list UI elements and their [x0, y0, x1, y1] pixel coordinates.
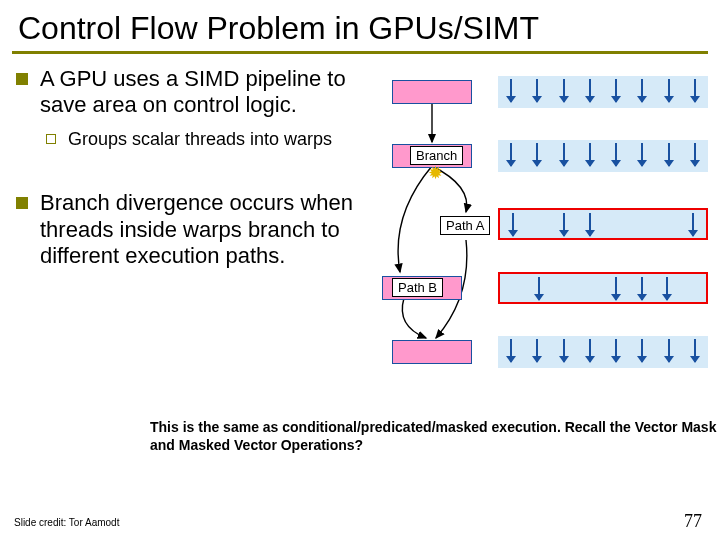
- lane-arrow-icon: [668, 79, 670, 102]
- lane-arrow-icon: [563, 143, 565, 166]
- lanes-row-1: [498, 140, 708, 172]
- bullet-hollow-icon: [46, 134, 56, 144]
- lanes-row-3: [498, 272, 708, 304]
- bullet-square-icon: [16, 197, 28, 209]
- lane-arrow-icon: [589, 143, 591, 166]
- lanes-row-4: [498, 336, 708, 368]
- title-rule: [12, 51, 708, 54]
- lane-arrow-icon: [563, 213, 565, 236]
- content-row: A GPU uses a SIMD pipeline to save area …: [0, 66, 720, 406]
- lanes-row-0: [498, 76, 708, 108]
- bullet-2: Branch divergence occurs when threads in…: [10, 190, 374, 269]
- bullet-2-text: Branch divergence occurs when threads in…: [40, 190, 374, 269]
- text-column: A GPU uses a SIMD pipeline to save area …: [10, 66, 380, 406]
- lane-arrow-icon: [510, 143, 512, 166]
- label-path-a: Path A: [440, 216, 490, 235]
- lane-arrow-icon: [694, 143, 696, 166]
- lanes-row-2: [498, 208, 708, 240]
- lane-arrow-icon: [563, 339, 565, 362]
- lane-arrow-icon: [694, 339, 696, 362]
- lane-arrow-icon: [615, 277, 617, 300]
- lane-arrow-icon: [510, 339, 512, 362]
- bullet-1: A GPU uses a SIMD pipeline to save area …: [10, 66, 374, 119]
- stage-before: [392, 80, 472, 104]
- lane-arrow-icon: [589, 339, 591, 362]
- footnote: This is the same as conditional/predicat…: [0, 406, 720, 454]
- lane-arrow-icon: [668, 339, 670, 362]
- lane-arrow-icon: [589, 79, 591, 102]
- bullet-1-text: A GPU uses a SIMD pipeline to save area …: [40, 66, 374, 119]
- lane-arrow-icon: [615, 339, 617, 362]
- lane-arrow-icon: [536, 143, 538, 166]
- lane-arrow-icon: [641, 277, 643, 300]
- label-path-b: Path B: [392, 278, 443, 297]
- page-number: 77: [684, 511, 702, 532]
- lane-arrow-icon: [692, 213, 694, 236]
- lane-arrow-icon: [668, 143, 670, 166]
- lane-arrow-icon: [510, 79, 512, 102]
- lane-arrow-icon: [615, 143, 617, 166]
- bullet-square-icon: [16, 73, 28, 85]
- lane-arrow-icon: [615, 79, 617, 102]
- lane-arrow-icon: [666, 277, 668, 300]
- slide-title: Control Flow Problem in GPUs/SIMT: [0, 0, 720, 51]
- lane-arrow-icon: [512, 213, 514, 236]
- bullet-1a: Groups scalar threads into warps: [46, 129, 374, 151]
- lane-arrow-icon: [538, 277, 540, 300]
- lane-arrow-icon: [641, 143, 643, 166]
- lane-arrow-icon: [536, 79, 538, 102]
- spark-icon: ✹: [428, 162, 443, 184]
- stage-reconverge: [392, 340, 472, 364]
- lane-arrow-icon: [641, 339, 643, 362]
- lane-arrow-icon: [536, 339, 538, 362]
- lane-arrow-icon: [563, 79, 565, 102]
- lane-arrow-icon: [589, 213, 591, 236]
- lane-arrow-icon: [641, 79, 643, 102]
- slide-credit: Slide credit: Tor Aamodt: [14, 517, 119, 528]
- bullet-1a-text: Groups scalar threads into warps: [68, 129, 332, 151]
- lane-arrow-icon: [694, 79, 696, 102]
- diagram: Branch ✹ Path A Path B: [380, 66, 710, 406]
